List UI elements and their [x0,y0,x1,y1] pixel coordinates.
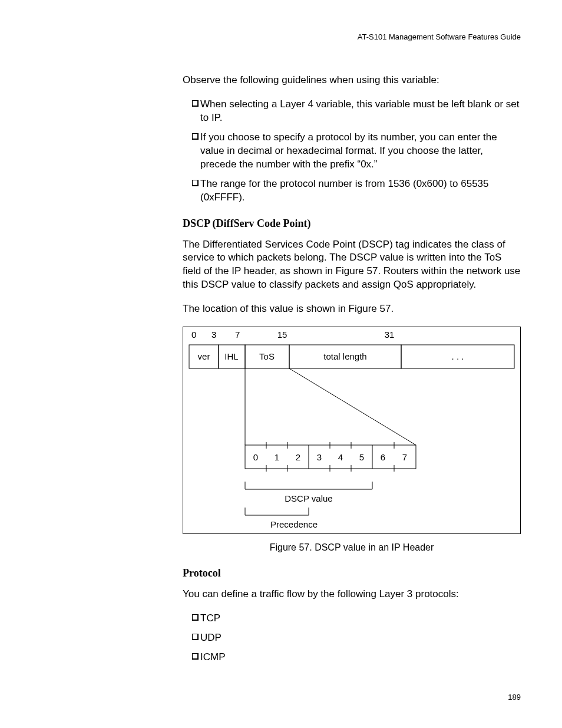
bullet-icon [192,100,198,106]
intro-text: Observe the following guidelines when us… [183,74,521,87]
dscp-value-label: DSCP value [285,493,332,503]
dscp-para-1: The Differentiated Services Code Point (… [183,238,521,292]
list-item-text: TCP [200,612,220,624]
dscp-para-2: The location of this value is shown in F… [183,302,521,316]
dscp-heading: DSCP (DiffServ Code Point) [183,218,521,230]
field-ihl: IHL [224,351,238,361]
list-item-text: When selecting a Layer 4 variable, this … [200,98,519,123]
page-number: 189 [508,693,521,701]
list-item-text: The range for the protocol number is fro… [200,178,489,203]
top-label-15: 15 [277,330,287,340]
field-total-length: total length [323,351,366,361]
list-item: TCP [183,612,521,625]
list-item-text: UDP [200,632,222,643]
list-item-text: If you choose to specify a protocol by i… [200,131,497,170]
bit-7: 7 [402,452,407,462]
list-item: ICMP [183,651,521,664]
protocol-heading: Protocol [183,567,521,579]
protocol-intro: You can define a traffic flow by the fol… [183,588,521,601]
page-header: AT-S101 Management Software Features Gui… [183,32,521,41]
protocol-list: TCP UDP ICMP [183,612,521,664]
list-item: When selecting a Layer 4 variable, this … [183,98,521,125]
top-label-31: 31 [385,330,395,340]
svg-rect-7 [245,445,416,469]
bit-4: 4 [338,452,343,462]
bit-0: 0 [253,452,258,462]
bit-5: 5 [359,452,364,462]
list-item: The range for the protocol number is fro… [183,177,521,205]
bullet-icon [192,634,198,640]
figure-caption: Figure 57. DSCP value in an IP Header [183,542,521,553]
bullet-icon [192,133,198,139]
bit-2: 2 [296,452,300,462]
guidelines-list: When selecting a Layer 4 variable, this … [183,98,521,205]
bullet-icon [192,653,198,659]
svg-line-6 [289,368,416,445]
bullet-icon [192,180,198,186]
figure-ip-header: 0 3 7 15 31 ver IHL ToS total length . .… [183,327,521,534]
bit-3: 3 [317,452,322,462]
top-label-7: 7 [235,330,240,340]
field-ver: ver [198,351,210,361]
field-dots: . . . [452,351,464,361]
bit-6: 6 [381,452,385,462]
top-label-0: 0 [191,330,196,340]
top-label-3: 3 [211,330,216,340]
list-item: UDP [183,631,521,645]
field-tos: ToS [259,351,275,361]
list-item: If you choose to specify a protocol by i… [183,131,521,172]
figure-svg: 0 3 7 15 31 ver IHL ToS total length . .… [183,327,520,533]
bit-1: 1 [275,452,279,462]
bullet-icon [192,614,198,620]
precedence-label: Precedence [270,519,318,529]
list-item-text: ICMP [200,651,226,663]
